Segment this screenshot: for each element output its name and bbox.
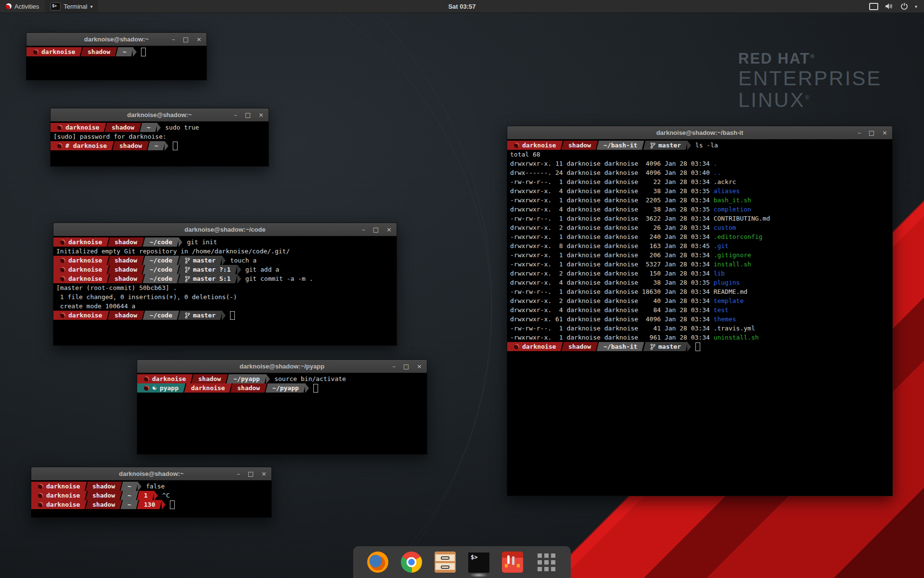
terminal-body[interactable]: darknoiseshadow~/pyappsource bin/activat… <box>137 373 427 454</box>
terminal-window-sudo[interactable]: darknoise@shadow:~–□×darknoiseshadow~sud… <box>50 108 269 167</box>
command-text: ls -la <box>695 141 718 150</box>
window-titlebar[interactable]: darknoise@shadow:~–□× <box>26 33 206 46</box>
terminal-cursor <box>230 311 235 320</box>
close-button[interactable]: × <box>196 33 202 46</box>
maximize-button[interactable]: □ <box>403 360 409 373</box>
close-button[interactable]: × <box>386 223 392 236</box>
prompt-segment-user: darknoise <box>53 311 109 320</box>
terminal-line: [sudo] password for darknoise: <box>53 132 269 141</box>
window-titlebar[interactable]: darknoise@shadow:~/pyapp–□× <box>137 360 427 373</box>
ls-row-prefix: drwxrwxr-x. 4 darknoise darknoise 38 Jan… <box>510 186 714 196</box>
terminal-body[interactable]: darknoiseshadow~falsedarknoiseshadow~1^C… <box>31 480 271 517</box>
ls-row-prefix: -rw-rw-r--. 1 darknoise darknoise 18630 … <box>510 287 714 296</box>
dock-item-terminal[interactable] <box>468 551 490 573</box>
terminal-window-code[interactable]: darknoise@shadow:~/code–□×darknoiseshado… <box>53 223 397 346</box>
maximize-button[interactable]: □ <box>869 126 874 139</box>
terminal-body[interactable]: darknoiseshadow~ <box>26 46 206 80</box>
prompt-segment-text: shadow <box>88 47 110 56</box>
prompt-segment-text: darknoise <box>60 237 102 247</box>
terminal-body[interactable]: darknoiseshadow~/bash-itmasterls -latota… <box>507 139 892 496</box>
prompt-segment-text: ~/bash-it <box>603 342 637 351</box>
redhat-icon <box>38 484 43 489</box>
ls-row-prefix: -rwxrwxr-x. 1 darknoise darknoise 5327 J… <box>510 260 714 269</box>
chevron-down-icon[interactable]: ▾ <box>915 4 917 9</box>
files-icon <box>435 552 456 573</box>
terminal-icon: $> <box>51 2 61 11</box>
dock-item-toolbox[interactable] <box>501 551 524 573</box>
prompt-segment-git: master <box>178 256 223 265</box>
prompt-arrow-icon <box>222 256 226 265</box>
window-titlebar[interactable]: darknoise@shadow:~/bash-it–□× <box>507 126 892 140</box>
terminal-line: -rw-rw-r--. 1 darknoise darknoise 18630 … <box>510 287 892 296</box>
terminal-cursor <box>173 142 178 150</box>
prompt-arrow-icon <box>165 141 168 151</box>
close-button[interactable]: × <box>882 126 887 139</box>
ls-row-prefix: drwxrwxr-x. 2 darknoise darknoise 150 Ja… <box>510 269 714 278</box>
redhat-icon <box>60 276 65 281</box>
ls-row-filename: custom <box>714 223 736 232</box>
prompt-segment-text: darknoise <box>60 311 102 320</box>
maximize-button[interactable]: □ <box>248 467 254 480</box>
maximize-button[interactable]: □ <box>373 223 379 236</box>
prompt-segment-text: # darknoise <box>57 141 107 150</box>
terminal-body[interactable]: darknoiseshadow~sudo true[sudo] password… <box>51 121 269 166</box>
terminal-window-home-2[interactable]: darknoise@shadow:~–□×darknoiseshadow~fal… <box>31 467 272 518</box>
minimize-button[interactable]: – <box>237 467 240 480</box>
prompt-segment-text: master S:1 <box>185 274 231 283</box>
prompt-segment-user: darknoise <box>53 256 109 265</box>
prompt-segment-host: shadow <box>113 141 149 150</box>
screen-icon[interactable] <box>869 3 878 10</box>
prompt-segment-user: darknoise <box>53 265 109 274</box>
minimize-button[interactable]: – <box>172 33 175 46</box>
terminal-line: drwxrwxr-x. 4 darknoise darknoise 38 Jan… <box>510 278 892 287</box>
close-button[interactable]: × <box>261 467 267 480</box>
terminal-cursor <box>170 500 175 509</box>
redhat-icon <box>514 344 519 349</box>
dock-item-firefox[interactable] <box>367 551 389 573</box>
prompt-segment-user: darknoise <box>51 123 106 132</box>
ls-row-filename: .travis.yml <box>714 324 755 333</box>
maximize-button[interactable]: □ <box>245 108 251 121</box>
terminal-window-pyapp[interactable]: darknoise@shadow:~/pyapp–□×darknoiseshad… <box>137 359 427 455</box>
minimize-button[interactable]: – <box>362 223 365 236</box>
close-button[interactable]: × <box>417 360 422 373</box>
prompt-segment-text: ~ <box>128 491 131 500</box>
prompt-arrow-icon <box>237 265 241 275</box>
ls-row-prefix: -rwxrwxr-x. 1 darknoise darknoise 240 Ja… <box>510 232 714 241</box>
prompt-segment-path: ~/code <box>143 311 180 320</box>
prompt-line: darknoiseshadow~/codegit init <box>56 237 397 247</box>
prompt-segment-text: shadow <box>115 311 137 320</box>
window-titlebar[interactable]: darknoise@shadow:~/code–□× <box>53 223 397 236</box>
minimize-button[interactable]: – <box>392 360 396 373</box>
prompt-segment-host: shadow <box>86 500 122 509</box>
prompt-segment-text: shadow <box>112 123 134 132</box>
prompt-segment-host: shadow <box>86 482 122 491</box>
power-icon[interactable] <box>900 2 908 10</box>
dock-item-chrome[interactable] <box>400 551 423 573</box>
terminal-window-home-1[interactable]: darknoise@shadow:~–□×darknoiseshadow~ <box>26 32 207 80</box>
volume-icon[interactable] <box>885 2 894 10</box>
activities-button[interactable]: Activities <box>0 0 45 13</box>
output-text: 1 file changed, 0 insertions(+), 0 delet… <box>56 292 237 302</box>
prompt-segment-host: shadow <box>562 342 598 351</box>
terminal-body[interactable]: darknoiseshadow~/codegit initInitialized… <box>53 236 397 345</box>
prompt-line: darknoiseshadow~/codemaster ?:1git add a <box>56 265 397 274</box>
ls-row-prefix: drwx------. 24 darknoise darknoise 4096 … <box>510 168 714 177</box>
window-titlebar[interactable]: darknoise@shadow:~–□× <box>31 467 271 481</box>
output-text: [sudo] password for darknoise: <box>53 132 167 141</box>
close-button[interactable]: × <box>258 108 264 121</box>
dock-item-app-grid[interactable] <box>535 551 557 573</box>
prompt-arrow-icon <box>162 500 166 510</box>
ls-row-prefix: drwxrwxr-x. 4 darknoise darknoise 84 Jan… <box>510 305 714 315</box>
terminal-window-bash-it[interactable]: darknoise@shadow:~/bash-it–□×darknoisesh… <box>507 126 893 496</box>
prompt-segment-host: shadow <box>108 274 144 283</box>
app-menu-terminal[interactable]: $> Terminal ▾ <box>45 0 98 13</box>
minimize-button[interactable]: – <box>234 108 237 121</box>
prompt-arrow-icon <box>222 311 226 320</box>
ls-row-prefix: -rw-rw-r--. 1 darknoise darknoise 3622 J… <box>510 214 714 223</box>
dock-item-files[interactable] <box>434 551 456 573</box>
minimize-button[interactable]: – <box>858 126 861 139</box>
window-titlebar[interactable]: darknoise@shadow:~–□× <box>51 108 269 122</box>
clock[interactable]: Sat 03:57 <box>448 3 475 10</box>
maximize-button[interactable]: □ <box>183 33 189 46</box>
